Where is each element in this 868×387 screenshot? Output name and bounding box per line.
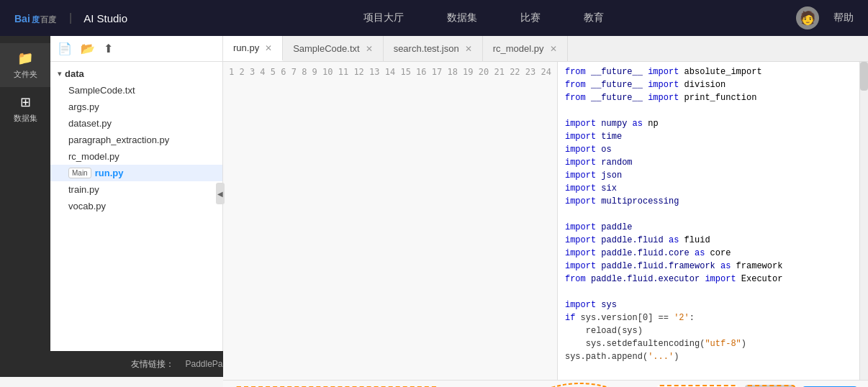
- file-item-paragraph[interactable]: paragraph_extraction.py: [50, 132, 222, 148]
- tab-rc-model[interactable]: rc_model.py ✕: [483, 36, 568, 61]
- tab-label: run.py: [233, 42, 259, 53]
- logo-baidu[interactable]: Bai 度 百度: [14, 9, 58, 27]
- file-item-vocab[interactable]: vocab.py: [50, 198, 222, 214]
- svg-text:度: 度: [31, 15, 40, 24]
- scrollbar-thumb[interactable]: [860, 62, 868, 91]
- tab-label: rc_model.py: [493, 43, 544, 54]
- folder-arrow-icon: ▾: [58, 69, 62, 78]
- tab-close-icon[interactable]: ✕: [550, 44, 557, 54]
- tab-run-py[interactable]: run.py ✕: [223, 36, 283, 61]
- nav-project[interactable]: 项目大厅: [363, 12, 404, 24]
- sidebar: 📁 文件夹 ⊞ 数据集: [0, 36, 50, 351]
- nav-links: 项目大厅 数据集 比赛 教育: [171, 12, 796, 24]
- file-name: dataset.py: [68, 118, 112, 129]
- file-name-run: run.py: [95, 168, 124, 178]
- file-item-run[interactable]: Main run.py: [50, 165, 222, 181]
- help-link[interactable]: 帮助: [833, 12, 854, 24]
- folder-icon: 📁: [17, 50, 33, 66]
- code-editor[interactable]: 1 2 3 4 5 6 7 8 9 10 11 12 13 14 15 16 1…: [223, 62, 868, 380]
- file-tree: ▾ data SampleCode.txt args.py dataset.py…: [50, 62, 222, 351]
- sidebar-label-files: 文件夹: [14, 69, 37, 80]
- collapse-button[interactable]: ◀: [216, 183, 225, 204]
- svg-text:Bai: Bai: [14, 13, 30, 24]
- file-explorer: 📄 📂 ⬆ ▾ data SampleCode.txt args.py data…: [50, 36, 223, 351]
- file-item-samplecode[interactable]: SampleCode.txt: [50, 82, 222, 99]
- upload-icon[interactable]: ⬆: [104, 42, 113, 55]
- file-item-train[interactable]: train.py: [50, 181, 222, 198]
- line-numbers: 1 2 3 4 5 6 7 8 9 10 11 12 13 14 15 16 1…: [223, 62, 558, 380]
- new-folder-icon[interactable]: 📂: [81, 42, 95, 55]
- tab-close-icon[interactable]: ✕: [465, 44, 472, 54]
- nav-dataset[interactable]: 数据集: [447, 12, 477, 24]
- view-tasks-button[interactable]: 查看任务列表: [657, 385, 738, 388]
- file-name: paragraph_extraction.py: [68, 135, 169, 145]
- nav-education[interactable]: 教育: [584, 12, 604, 24]
- file-item-dataset[interactable]: dataset.py: [50, 115, 222, 132]
- file-name: vocab.py: [68, 201, 106, 211]
- new-file-icon[interactable]: 📄: [58, 42, 72, 55]
- sidebar-item-files[interactable]: 📁 文件夹: [0, 43, 50, 87]
- file-name: SampleCode.txt: [68, 85, 135, 96]
- code-content[interactable]: from __future__ import absolute_import f…: [558, 62, 859, 380]
- file-item-rc-model[interactable]: rc_model.py: [50, 148, 222, 165]
- header: Bai 度 百度 | AI Studio 项目大厅 数据集 比赛 教育 🧑 帮助: [0, 0, 868, 36]
- folder-data[interactable]: ▾ data: [50, 65, 222, 82]
- sidebar-item-dataset[interactable]: ⊞ 数据集: [0, 87, 50, 131]
- svg-text:百度: 百度: [40, 15, 57, 24]
- tab-samplecode[interactable]: SampleCode.txt ✕: [283, 36, 384, 61]
- sidebar-label-dataset: 数据集: [14, 113, 37, 124]
- tab-close-icon[interactable]: ✕: [265, 43, 272, 53]
- avatar[interactable]: 🧑: [796, 6, 819, 29]
- tab-search-test[interactable]: search.test.json ✕: [384, 36, 483, 61]
- nav-competition[interactable]: 比赛: [520, 12, 541, 24]
- tab-label: SampleCode.txt: [293, 43, 360, 54]
- save-button[interactable]: 保存: [745, 385, 795, 388]
- file-item-args[interactable]: args.py: [50, 99, 222, 115]
- scrollbar[interactable]: [859, 62, 868, 380]
- logo-area: Bai 度 百度 | AI Studio: [14, 9, 127, 27]
- tab-close-icon[interactable]: ✕: [366, 44, 373, 54]
- file-name: args.py: [68, 101, 99, 112]
- file-name: rc_model.py: [68, 151, 119, 162]
- file-toolbar: 📄 📂 ⬆: [50, 36, 222, 62]
- tab-bar: run.py ✕ SampleCode.txt ✕ search.test.js…: [223, 36, 868, 62]
- logo-ai-studio: AI Studio: [83, 12, 127, 24]
- action-bar: 任务备注 | 查看任务列表 保存 提交: [223, 380, 868, 387]
- main-content: 📁 文件夹 ⊞ 数据集 📄 📂 ⬆ ▾ data SampleCode.txt …: [0, 36, 868, 351]
- header-right: 🧑 帮助: [796, 6, 854, 29]
- folder-name: data: [65, 68, 84, 79]
- file-name: train.py: [68, 184, 99, 195]
- footer-prefix: 友情链接：: [131, 358, 174, 370]
- tab-label: search.test.json: [394, 43, 459, 54]
- logo-separator: |: [69, 12, 72, 24]
- file-tag-main: Main: [68, 168, 91, 178]
- editor-area: run.py ✕ SampleCode.txt ✕ search.test.js…: [223, 36, 868, 387]
- editor-wrapper: ◀ run.py ✕ SampleCode.txt ✕ search.test.…: [223, 36, 868, 351]
- grid-icon: ⊞: [20, 94, 31, 110]
